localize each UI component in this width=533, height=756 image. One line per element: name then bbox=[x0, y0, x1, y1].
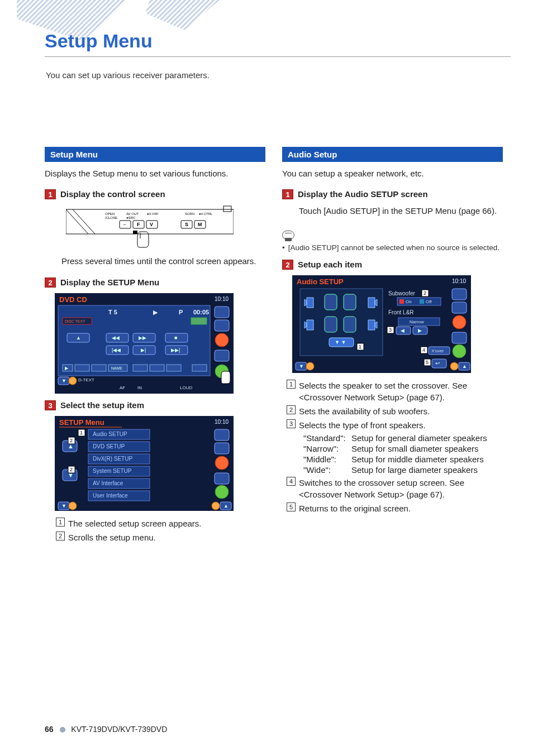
step-number-icon: 1 bbox=[45, 189, 56, 199]
svg-text:T  5: T 5 bbox=[108, 309, 117, 315]
ref-text: Returns to the original screen. bbox=[299, 503, 503, 514]
svg-point-154 bbox=[453, 315, 466, 329]
step-number-icon: 2 bbox=[282, 260, 293, 270]
page-number: 66 bbox=[45, 725, 54, 734]
spk-key: "Narrow": bbox=[303, 444, 351, 453]
step-title: Display the control screen bbox=[60, 189, 165, 199]
step1-body: Touch [Audio SETUP] in the SETUP Menu (p… bbox=[299, 205, 503, 217]
svg-text:/CLOSE: /CLOSE bbox=[105, 216, 117, 219]
spk-val: Setup for general diameter speakers bbox=[351, 433, 503, 443]
svg-text:▶▶|: ▶▶| bbox=[171, 347, 180, 353]
svg-text:V: V bbox=[150, 222, 153, 227]
svg-rect-6 bbox=[223, 206, 231, 212]
svg-text:↩: ↩ bbox=[435, 360, 440, 366]
svg-text:Off: Off bbox=[426, 299, 432, 304]
step-2: 2 Setup each item bbox=[282, 260, 503, 270]
svg-text:▶|: ▶| bbox=[141, 347, 146, 353]
svg-rect-113 bbox=[325, 294, 337, 310]
step-1: 1 Display the control screen bbox=[45, 189, 265, 199]
svg-text:S: S bbox=[185, 222, 188, 227]
svg-rect-67 bbox=[215, 307, 229, 318]
svg-line-4 bbox=[66, 209, 88, 234]
title-rule bbox=[45, 56, 511, 57]
svg-text:−: − bbox=[123, 222, 126, 227]
page-footer: 66 KVT-719DVD/KVT-739DVD bbox=[45, 725, 167, 734]
svg-text:AV OUT: AV OUT bbox=[126, 212, 139, 216]
ref-num-icon: 5 bbox=[287, 503, 296, 511]
svg-text:IN: IN bbox=[137, 385, 142, 390]
svg-text:SETUP Menu: SETUP Menu bbox=[59, 418, 104, 427]
step-number-icon: 3 bbox=[45, 400, 56, 410]
step1-after-text: Press several times until the control sc… bbox=[61, 255, 265, 267]
ref-text: Selects the type of front speakers. bbox=[299, 419, 503, 431]
svg-rect-59 bbox=[192, 365, 207, 371]
svg-text:●V.OFF: ●V.OFF bbox=[147, 212, 159, 216]
svg-text:P: P bbox=[179, 309, 183, 315]
svg-text:1: 1 bbox=[80, 430, 83, 436]
svg-rect-57 bbox=[150, 365, 164, 371]
svg-text:10:10: 10:10 bbox=[452, 278, 466, 284]
svg-text:|◀◀: |◀◀ bbox=[112, 347, 121, 353]
footer-dot-icon bbox=[60, 727, 65, 733]
svg-text:3: 3 bbox=[389, 327, 392, 333]
svg-point-156 bbox=[453, 344, 466, 358]
svg-text:SCRN: SCRN bbox=[185, 212, 194, 216]
svg-text:Audio SETUP: Audio SETUP bbox=[93, 431, 127, 437]
right-ref-list-2: 4Switches to the crossover setup screen.… bbox=[287, 477, 503, 514]
svg-point-101 bbox=[212, 502, 220, 510]
svg-text:▲: ▲ bbox=[76, 335, 81, 341]
ref-text: Switches to the crossover setup screen. … bbox=[299, 477, 503, 500]
step-number-icon: 1 bbox=[282, 189, 293, 199]
svg-text:Subwoofer: Subwoofer bbox=[388, 290, 415, 296]
svg-text:◀: ◀ bbox=[401, 328, 404, 333]
svg-text:2: 2 bbox=[70, 438, 73, 443]
ref-text: Selects the speaker to set the crossover… bbox=[299, 380, 503, 403]
setup-menu-screenshot: SETUP Menu 10:10 Audio SETUP DVD SETUP D… bbox=[55, 416, 265, 511]
svg-text:AV Interface: AV Interface bbox=[93, 480, 123, 486]
svg-rect-114 bbox=[344, 294, 356, 310]
right-ref-list: 1Selects the speaker to set the crossove… bbox=[287, 380, 503, 431]
section-desc: Displays the Setup menu to set various f… bbox=[45, 168, 265, 179]
svg-text:DivX(R) SETUP: DivX(R) SETUP bbox=[93, 456, 132, 462]
svg-text:▼ ▼: ▼ ▼ bbox=[335, 339, 346, 345]
svg-text:5: 5 bbox=[426, 360, 429, 365]
svg-rect-68 bbox=[215, 320, 229, 331]
svg-text:●V.CTRL: ●V.CTRL bbox=[199, 212, 213, 216]
svg-text:NAME: NAME bbox=[111, 366, 123, 370]
svg-text:F: F bbox=[137, 222, 140, 227]
svg-rect-56 bbox=[133, 365, 147, 371]
spk-val: Setup for large diameter speakers bbox=[351, 465, 503, 475]
section-bar-setup-menu: Setup Menu bbox=[45, 147, 265, 162]
svg-point-144 bbox=[306, 362, 314, 370]
right-column: Audio Setup You can setup a speaker netw… bbox=[282, 147, 503, 546]
svg-text:DISC TEXT: DISC TEXT bbox=[65, 319, 85, 323]
model-label: KVT-719DVD/KVT-739DVD bbox=[71, 725, 167, 734]
svg-rect-53 bbox=[92, 365, 106, 371]
speaker-type-table: "Standard":Setup for general diameter sp… bbox=[303, 433, 503, 475]
svg-text:X'over: X'over bbox=[431, 348, 444, 353]
svg-text:User Interface: User Interface bbox=[93, 492, 128, 499]
note-text: •[Audio SETUP] cannot be selected when n… bbox=[282, 243, 503, 252]
step-title: Display the SETUP Menu bbox=[60, 277, 159, 287]
intro-text: You can set up various receiver paramete… bbox=[46, 70, 511, 80]
svg-text:4: 4 bbox=[422, 347, 425, 353]
svg-text:▶: ▶ bbox=[153, 309, 158, 315]
step-1: 1 Display the Audio SETUP screen bbox=[282, 189, 503, 199]
svg-rect-155 bbox=[452, 332, 467, 343]
control-panel-diagram: OPEN/CLOSE AV OUT ●SRC ●V.OFF SCRN ●V.CT… bbox=[66, 205, 265, 248]
svg-text:Audio SETUP: Audio SETUP bbox=[297, 277, 344, 286]
svg-text:▼: ▼ bbox=[61, 378, 66, 384]
svg-point-100 bbox=[69, 502, 77, 510]
ref-text: Sets the availability of sub woofers. bbox=[299, 405, 503, 417]
step-3: 3 Select the setup item bbox=[45, 400, 265, 410]
ref-text: The selected setup screen appears. bbox=[68, 518, 265, 529]
svg-line-5 bbox=[73, 209, 95, 234]
header-text: DVD CD bbox=[59, 295, 87, 304]
left-column: Setup Menu Displays the Setup menu to se… bbox=[45, 147, 265, 546]
svg-text:▼: ▼ bbox=[299, 363, 304, 369]
svg-point-69 bbox=[215, 333, 229, 347]
svg-rect-58 bbox=[166, 365, 181, 371]
step-2: 2 Display the SETUP Menu bbox=[45, 277, 265, 288]
svg-text:2: 2 bbox=[70, 467, 73, 472]
svg-text:▶▶: ▶▶ bbox=[139, 335, 146, 341]
